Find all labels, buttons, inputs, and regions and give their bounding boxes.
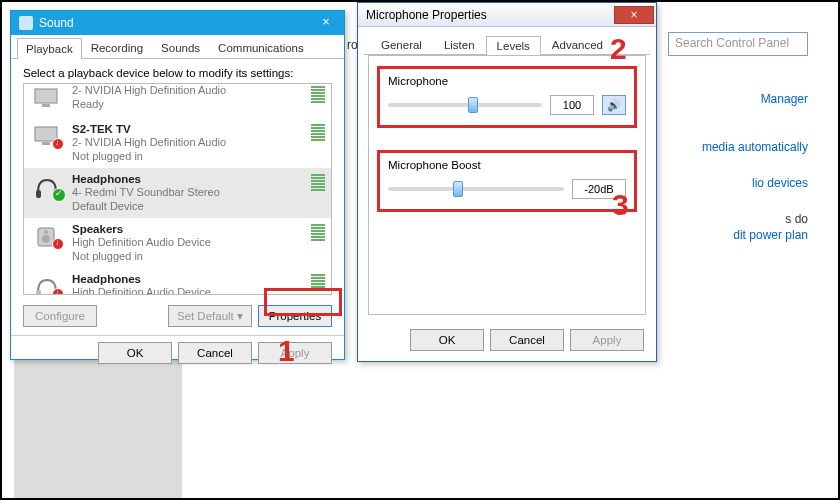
level-meter-icon bbox=[311, 124, 325, 141]
unplugged-badge-icon bbox=[52, 288, 64, 295]
mic-level-value[interactable]: 100 bbox=[550, 95, 594, 115]
device-status: Not plugged in bbox=[72, 150, 307, 164]
device-name: Speakers bbox=[72, 222, 307, 236]
tab-playback[interactable]: Playback bbox=[17, 38, 82, 59]
background-panel bbox=[14, 348, 182, 498]
unplugged-badge-icon bbox=[52, 138, 64, 150]
device-status: Ready bbox=[72, 98, 307, 112]
mic-boost-label: Microphone Boost bbox=[388, 159, 626, 171]
mic-boost-slider[interactable] bbox=[388, 187, 564, 191]
sound-titlebar[interactable]: Sound × bbox=[11, 11, 344, 35]
sound-dialog: Sound × Playback Recording Sounds Commun… bbox=[10, 10, 345, 360]
tab-advanced[interactable]: Advanced bbox=[541, 35, 614, 54]
tab-communications[interactable]: Communications bbox=[209, 37, 313, 58]
level-meter-icon bbox=[311, 224, 325, 241]
level-meter-icon bbox=[311, 174, 325, 191]
device-name: S2-TEK TV bbox=[72, 122, 307, 136]
properties-button[interactable]: Properties bbox=[258, 305, 332, 327]
svg-rect-0 bbox=[35, 89, 57, 103]
apply-button[interactable]: Apply bbox=[258, 342, 332, 364]
device-row[interactable]: Headphones High Definition Audio Device … bbox=[24, 268, 331, 295]
ok-button[interactable]: OK bbox=[98, 342, 172, 364]
level-meter-icon bbox=[311, 86, 325, 103]
control-panel-search-placeholder: Search Control Panel bbox=[675, 36, 789, 50]
sound-tabs: Playback Recording Sounds Communications bbox=[11, 35, 344, 59]
link-power-plan[interactable]: dit power plan bbox=[733, 228, 808, 242]
link-devices[interactable]: lio devices bbox=[752, 176, 808, 190]
close-icon[interactable]: × bbox=[614, 6, 654, 24]
microphone-level-group: Microphone 100 🔊 bbox=[377, 66, 637, 128]
device-row[interactable]: Speakers High Definition Audio Device No… bbox=[24, 218, 331, 268]
ok-button[interactable]: OK bbox=[410, 329, 484, 351]
sound-title: Sound bbox=[39, 16, 74, 30]
tab-general[interactable]: General bbox=[370, 35, 433, 54]
device-sub: High Definition Audio Device bbox=[72, 236, 307, 250]
levels-pane: Microphone 100 🔊 Microphone Boost -20dB bbox=[368, 55, 646, 315]
text-sdo: s do bbox=[785, 212, 808, 226]
device-row[interactable]: Headphones 4- Redmi TV Soundbar Stereo D… bbox=[24, 168, 331, 218]
device-sub: 4- Redmi TV Soundbar Stereo bbox=[72, 186, 307, 200]
configure-button[interactable]: Configure bbox=[23, 305, 97, 327]
device-name: Headphones bbox=[72, 272, 307, 286]
close-icon[interactable]: × bbox=[312, 13, 340, 33]
device-name: Headphones bbox=[72, 172, 307, 186]
mic-boost-value[interactable]: -20dB bbox=[572, 179, 626, 199]
mic-titlebar[interactable]: Microphone Properties × bbox=[358, 3, 656, 27]
mic-title: Microphone Properties bbox=[366, 8, 487, 22]
device-list[interactable]: 2- NVIDIA High Definition Audio Ready S2… bbox=[23, 83, 332, 295]
device-row[interactable]: 2- NVIDIA High Definition Audio Ready bbox=[24, 84, 331, 118]
device-sub: 2- NVIDIA High Definition Audio bbox=[72, 136, 307, 150]
mic-level-label: Microphone bbox=[388, 75, 626, 87]
apply-button[interactable]: Apply bbox=[570, 329, 644, 351]
microphone-boost-group: Microphone Boost -20dB bbox=[377, 150, 637, 212]
tab-levels[interactable]: Levels bbox=[486, 36, 541, 55]
device-status: Not plugged in bbox=[72, 250, 307, 264]
device-row[interactable]: S2-TEK TV 2- NVIDIA High Definition Audi… bbox=[24, 118, 331, 168]
mute-button[interactable]: 🔊 bbox=[602, 95, 626, 115]
unplugged-badge-icon bbox=[52, 238, 64, 250]
mic-tabs: General Listen Levels Advanced bbox=[364, 31, 650, 55]
tab-recording[interactable]: Recording bbox=[82, 37, 152, 58]
link-media[interactable]: media automatically bbox=[702, 140, 808, 154]
svg-rect-1 bbox=[42, 104, 50, 107]
search-input[interactable]: Search Control Panel bbox=[668, 32, 808, 56]
sound-app-icon bbox=[19, 16, 33, 30]
svg-point-8 bbox=[44, 230, 48, 234]
set-default-button[interactable]: Set Default bbox=[168, 305, 252, 327]
link-manager[interactable]: Manager bbox=[761, 92, 808, 106]
cancel-button[interactable]: Cancel bbox=[178, 342, 252, 364]
svg-rect-4 bbox=[36, 190, 41, 198]
device-sub: High Definition Audio Device bbox=[72, 286, 307, 295]
tab-sounds[interactable]: Sounds bbox=[152, 37, 209, 58]
level-meter-icon bbox=[311, 274, 325, 291]
microphone-properties-dialog: Microphone Properties × General Listen L… bbox=[357, 2, 657, 362]
monitor-icon bbox=[30, 84, 64, 114]
device-status: Default Device bbox=[72, 200, 307, 214]
default-badge-icon bbox=[52, 188, 66, 202]
cancel-button[interactable]: Cancel bbox=[490, 329, 564, 351]
instruction-text: Select a playback device below to modify… bbox=[11, 59, 344, 83]
speaker-icon: 🔊 bbox=[607, 99, 621, 112]
svg-point-7 bbox=[42, 235, 50, 243]
svg-rect-3 bbox=[42, 142, 50, 145]
tab-listen[interactable]: Listen bbox=[433, 35, 486, 54]
mic-level-slider[interactable] bbox=[388, 103, 542, 107]
device-sub: 2- NVIDIA High Definition Audio bbox=[72, 84, 307, 98]
